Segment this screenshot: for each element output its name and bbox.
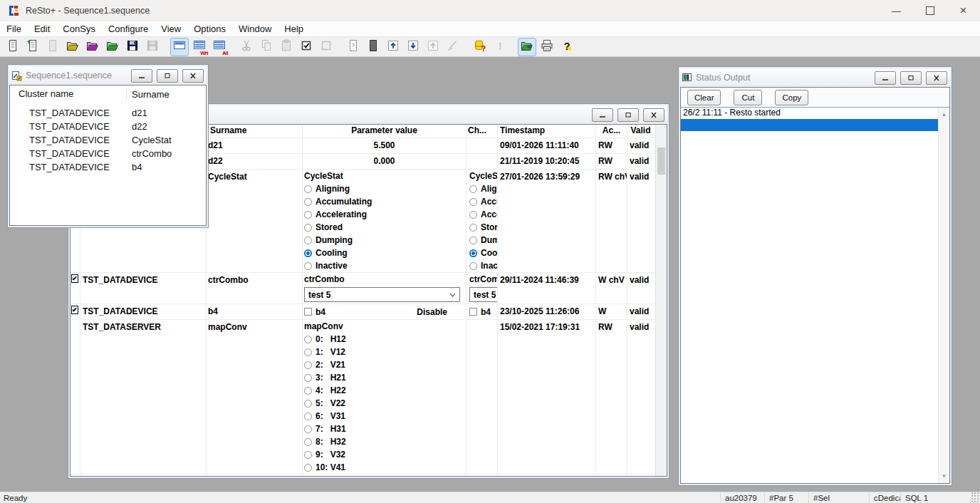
paste-button[interactable] <box>277 38 296 56</box>
exclamation-button[interactable]: ! <box>491 38 509 56</box>
save-button[interactable] <box>123 38 142 56</box>
radio-option[interactable]: 6: V31 <box>303 410 466 422</box>
window-view-button[interactable] <box>170 38 189 56</box>
table-row[interactable]: ✔TST_DATADEVICEctrComboctrCombotest 5ctr… <box>71 273 656 304</box>
radio-icon[interactable] <box>304 438 312 446</box>
radio-option[interactable]: Cooling <box>303 247 466 259</box>
scrollbar-thumb[interactable] <box>657 147 665 175</box>
menu-consys[interactable]: ConSys <box>56 24 102 34</box>
radio-icon[interactable] <box>304 336 312 343</box>
radio-selected-icon[interactable] <box>469 249 477 257</box>
row-checked-icon[interactable]: ✔ <box>71 274 78 283</box>
upload-button[interactable] <box>384 38 402 56</box>
radio-icon[interactable] <box>304 185 312 193</box>
cut-button[interactable] <box>237 38 256 56</box>
write-table-button[interactable]: Wrt <box>190 38 209 56</box>
status-output-titlebar[interactable]: Status Output <box>680 68 950 87</box>
row-checked-icon[interactable]: ✔ <box>71 306 78 314</box>
empty-box-button[interactable] <box>317 38 335 56</box>
scroll-down-icon[interactable]: ▼ <box>939 473 949 479</box>
radio-option[interactable]: 4: H22 <box>303 384 466 397</box>
menu-view[interactable]: View <box>155 24 187 34</box>
open-folder-purple-button[interactable] <box>83 38 102 56</box>
column-header-timestamp[interactable]: Timestamp <box>498 125 596 138</box>
clear-button[interactable]: Clear <box>687 90 721 105</box>
open-folder-yellow-button[interactable] <box>63 38 82 56</box>
parameter-window-restore-button[interactable] <box>617 108 639 122</box>
sequence-window-titlebar[interactable]: Sequence1.sequence <box>9 66 207 85</box>
radio-option[interactable]: Stored <box>303 221 466 234</box>
radio-option[interactable]: Dumping <box>303 234 466 247</box>
vertical-scrollbar[interactable] <box>655 125 667 476</box>
menu-help[interactable]: Help <box>278 24 310 34</box>
table-row[interactable]: TST_DATASERVERmapConvmapConv0: H121: V12… <box>71 320 656 475</box>
checkbox-icon[interactable] <box>304 308 312 316</box>
radio-option[interactable]: 5: V22 <box>303 397 466 410</box>
parameter-window-minimize-button[interactable] <box>592 108 613 122</box>
radio-icon[interactable] <box>304 262 312 270</box>
radio-icon[interactable] <box>304 451 312 459</box>
status-output-scrollbar[interactable]: ▲ ▼ <box>938 108 949 483</box>
save-disabled-button[interactable] <box>143 38 162 56</box>
radio-option[interactable]: Accumulating <box>468 195 497 208</box>
new-document-button[interactable] <box>4 38 22 56</box>
column-header-surname[interactable]: Surname <box>207 125 303 138</box>
radio-option[interactable]: 10: V41 <box>303 461 466 474</box>
status-output-restore-button[interactable] <box>900 71 922 85</box>
open-run-folder-button[interactable] <box>518 38 536 56</box>
column-header-ac[interactable]: Ac... <box>596 125 627 138</box>
radio-option[interactable]: Accelerating <box>468 208 497 221</box>
table-row[interactable]: ✔TST_DATADEVICEb4b4Disableb423/10-2025 1… <box>71 304 656 320</box>
sequence-window-close-button[interactable] <box>182 69 204 83</box>
combo-box[interactable]: test 5 <box>469 287 498 302</box>
radio-icon[interactable] <box>304 413 312 420</box>
radio-icon[interactable] <box>469 262 477 270</box>
radio-option[interactable]: 2: V21 <box>303 358 466 371</box>
resize-grip[interactable] <box>970 492 980 503</box>
checked-box-button[interactable] <box>297 38 316 56</box>
list-item[interactable]: TST_DATADEVICEb4 <box>10 160 206 174</box>
radio-icon[interactable] <box>304 387 312 395</box>
radio-icon[interactable] <box>304 224 312 232</box>
column-header-parametervalue[interactable]: Parameter value <box>303 125 466 138</box>
radio-icon[interactable] <box>469 237 477 244</box>
close-button[interactable]: × <box>947 0 980 21</box>
radio-icon[interactable] <box>469 211 477 219</box>
help-button[interactable]: ? <box>558 38 576 56</box>
radio-icon[interactable] <box>304 425 312 433</box>
column-header-ch[interactable]: Ch... <box>466 125 498 138</box>
list-item[interactable]: TST_DATADEVICECycleStat <box>10 133 206 147</box>
menu-edit[interactable]: Edit <box>28 24 56 34</box>
radio-option[interactable]: 3: H21 <box>303 371 466 384</box>
radio-option[interactable]: 9: V32 <box>303 448 466 461</box>
column-header-cluster-name[interactable]: Cluster name <box>10 88 127 100</box>
list-item[interactable]: TST_DATADEVICEctrCombo <box>10 147 206 160</box>
copy-button[interactable]: Copy <box>775 90 808 105</box>
radio-icon[interactable] <box>304 348 312 356</box>
list-item[interactable]: TST_DATADEVICEd21 <box>10 106 206 120</box>
radio-icon[interactable] <box>304 374 312 382</box>
menu-window[interactable]: Window <box>232 24 278 34</box>
menu-configure[interactable]: Configure <box>102 24 155 34</box>
radio-icon[interactable] <box>304 237 312 244</box>
radio-icon[interactable] <box>304 464 312 472</box>
radio-icon[interactable] <box>469 198 477 206</box>
column-header-valid[interactable]: Valid <box>627 125 654 138</box>
radio-icon[interactable] <box>304 198 312 206</box>
radio-icon[interactable] <box>304 361 312 369</box>
cut-button[interactable]: Cut <box>734 90 762 105</box>
radio-option[interactable]: Accumulating <box>303 195 466 208</box>
status-output-close-button[interactable] <box>926 71 947 85</box>
radio-option[interactable]: 0: H12 <box>303 333 466 346</box>
radio-option[interactable]: Cooling <box>468 247 497 259</box>
radio-option[interactable]: Aligning <box>468 182 497 195</box>
radio-option[interactable]: Accelerating <box>303 208 466 221</box>
export-page-button[interactable] <box>424 38 442 56</box>
sequence-window-minimize-button[interactable] <box>131 69 152 83</box>
radio-option[interactable]: Aligning <box>303 182 466 195</box>
parameter-window-close-button[interactable] <box>643 108 664 122</box>
menu-file[interactable]: File <box>0 24 28 34</box>
all-table-button[interactable]: All <box>210 38 229 56</box>
radio-option[interactable]: 8: H32 <box>303 435 466 448</box>
radio-icon[interactable] <box>469 224 477 232</box>
